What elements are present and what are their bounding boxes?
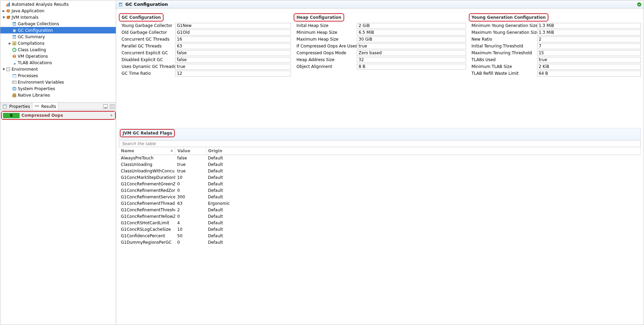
results-icon bbox=[34, 104, 39, 109]
tab-properties[interactable]: Properties bbox=[0, 103, 32, 110]
tree-item-automated-analysis-results[interactable]: Automated Analysis Results bbox=[0, 1, 116, 8]
twisty-icon[interactable]: ▼ bbox=[2, 68, 6, 71]
table-row[interactable]: G1ConcRSLogCacheSize10Default bbox=[119, 226, 641, 233]
trash-icon bbox=[12, 28, 17, 33]
trash-icon bbox=[118, 2, 123, 7]
svg-rect-1 bbox=[8, 3, 9, 6]
vmop-icon bbox=[12, 54, 17, 59]
svg-rect-22 bbox=[12, 81, 16, 84]
navigation-tree[interactable]: Automated Analysis Results▶JJava Applica… bbox=[0, 0, 116, 103]
tree-item-environment-variables[interactable]: Environment Variables bbox=[0, 79, 116, 85]
config-value-input[interactable] bbox=[357, 57, 466, 63]
tree-item-class-loading[interactable]: Class Loading bbox=[0, 46, 116, 53]
table-row[interactable]: ClassUnloadingWithConcutrueDefault bbox=[119, 168, 641, 174]
config-value-input[interactable] bbox=[537, 57, 641, 63]
table-row[interactable]: G1ConcRefinementYellowZ0Default bbox=[119, 213, 641, 220]
config-value-input[interactable] bbox=[537, 43, 641, 49]
config-value-input[interactable] bbox=[357, 64, 466, 70]
config-value-input[interactable] bbox=[175, 30, 291, 36]
config-label: Concurrent GC Threads bbox=[119, 37, 175, 42]
result-row-compressed-oops[interactable]: 0 Compressed Oops + bbox=[2, 112, 115, 119]
flag-name: AlwaysPreTouch bbox=[119, 155, 175, 161]
config-label: Minimum Young Generation Size bbox=[469, 23, 537, 28]
flag-origin: Default bbox=[206, 220, 641, 226]
flag-name: G1ConcRSLogCacheSize bbox=[119, 226, 175, 233]
flags-col-origin[interactable]: Origin bbox=[206, 147, 641, 155]
table-row[interactable]: AlwaysPreTouchfalseDefault bbox=[119, 155, 641, 161]
tree-item-java-application[interactable]: ▶JJava Application bbox=[0, 8, 116, 14]
config-value-input[interactable] bbox=[357, 50, 466, 56]
twisty-icon[interactable]: ▶ bbox=[8, 42, 12, 45]
tree-item-system-properties[interactable]: System Properties bbox=[0, 85, 116, 92]
config-value-input[interactable] bbox=[357, 30, 466, 36]
config-label: New Ratio bbox=[469, 37, 537, 42]
config-value-input[interactable] bbox=[175, 23, 291, 29]
config-row: Maximum Young Generation Size bbox=[469, 29, 641, 36]
flags-col-name[interactable]: Name▲ bbox=[119, 147, 175, 155]
flag-origin: Default bbox=[206, 168, 641, 174]
config-value-input[interactable] bbox=[175, 50, 291, 56]
expand-result-button[interactable]: + bbox=[110, 113, 113, 118]
tab-properties-label: Properties bbox=[9, 104, 30, 109]
flag-value: 63 bbox=[175, 200, 206, 207]
twisty-icon[interactable]: ▶ bbox=[2, 9, 6, 13]
config-label: Inital Heap Size bbox=[294, 23, 357, 28]
twisty-icon[interactable]: ▼ bbox=[2, 16, 6, 19]
tree-item-vm-operations[interactable]: VM Operations bbox=[0, 53, 116, 59]
svg-text:J: J bbox=[8, 10, 9, 13]
table-row[interactable]: G1ConcRSHotCardLimit4Default bbox=[119, 220, 641, 226]
table-row[interactable]: G1ConcRefinementThreads63Ergonomic bbox=[119, 200, 641, 207]
table-row[interactable]: G1ConcRefinementService300Default bbox=[119, 194, 641, 200]
flag-name: G1ConcRefinementThreads bbox=[119, 200, 175, 207]
config-value-input[interactable] bbox=[175, 37, 291, 42]
tree-item-gc-configuration[interactable]: GC Configuration bbox=[0, 27, 116, 33]
config-value-input[interactable] bbox=[537, 30, 641, 36]
config-value-input[interactable] bbox=[537, 71, 641, 76]
trash-icon bbox=[12, 34, 17, 39]
results-empty-area bbox=[0, 120, 116, 325]
heap-config-section: Heap Configuration Inital Heap SizeMinim… bbox=[292, 13, 467, 77]
config-row: Object Alignment bbox=[294, 63, 466, 70]
config-label: Maximum Heap Size bbox=[294, 37, 357, 42]
config-label: GC Time Ratio bbox=[119, 71, 175, 76]
flags-search-input[interactable] bbox=[119, 140, 641, 147]
table-row[interactable]: G1ConcRefinementGreenZ0Default bbox=[119, 181, 641, 187]
config-value-input[interactable] bbox=[175, 43, 291, 49]
tree-item-processes[interactable]: Processes bbox=[0, 72, 116, 79]
tree-item-garbage-collections[interactable]: Garbage Collections bbox=[0, 20, 116, 27]
tree-item-jvm-internals[interactable]: ▼JVM Internals bbox=[0, 14, 116, 20]
config-value-input[interactable] bbox=[175, 64, 291, 70]
flag-value: true bbox=[175, 161, 206, 168]
config-value-input[interactable] bbox=[357, 37, 466, 42]
table-row[interactable]: G1ConcMarkStepDurationM10Default bbox=[119, 174, 641, 181]
minimize-view-button[interactable]: ▁ bbox=[103, 104, 108, 109]
tree-item-native-libraries[interactable]: Native Libraries bbox=[0, 92, 116, 98]
config-row: If Compressed Oops Are Used bbox=[294, 43, 466, 50]
tree-item-tlab-allocations[interactable]: TLAB Allocations bbox=[0, 59, 116, 66]
config-value-input[interactable] bbox=[175, 57, 291, 63]
config-value-input[interactable] bbox=[537, 64, 641, 70]
tree-item-compilations[interactable]: ▶⚙Compilations bbox=[0, 40, 116, 46]
config-value-input[interactable] bbox=[537, 50, 641, 56]
sort-asc-icon: ▲ bbox=[171, 149, 173, 152]
svg-rect-31 bbox=[3, 105, 6, 106]
config-value-input[interactable] bbox=[357, 43, 466, 49]
tree-item-label: System Properties bbox=[18, 86, 55, 91]
config-value-input[interactable] bbox=[175, 71, 291, 76]
flag-name: G1ConcRefinementService bbox=[119, 194, 175, 200]
table-row[interactable]: ClassUnloadingtrueDefault bbox=[119, 161, 641, 168]
config-value-input[interactable] bbox=[537, 23, 641, 29]
flag-origin: Default bbox=[206, 155, 641, 161]
table-row[interactable]: G1ConcRefinementThresho2Default bbox=[119, 207, 641, 213]
tree-item-environment[interactable]: ▼Environment bbox=[0, 66, 116, 72]
config-label: Disabled Explicit GC bbox=[119, 57, 175, 62]
table-row[interactable]: G1DummyRegionsPerGC0Default bbox=[119, 239, 641, 246]
table-row[interactable]: G1ConcRefinementRedZon0Default bbox=[119, 187, 641, 194]
tab-results[interactable]: Results bbox=[32, 103, 58, 110]
config-value-input[interactable] bbox=[537, 37, 641, 42]
table-row[interactable]: G1ConfidencePercent50Default bbox=[119, 233, 641, 239]
config-value-input[interactable] bbox=[357, 23, 466, 29]
maximize-view-button[interactable]: ▢ bbox=[110, 104, 115, 109]
tree-item-gc-summary[interactable]: GC Summary bbox=[0, 33, 116, 40]
flags-col-value[interactable]: Value bbox=[175, 147, 206, 155]
